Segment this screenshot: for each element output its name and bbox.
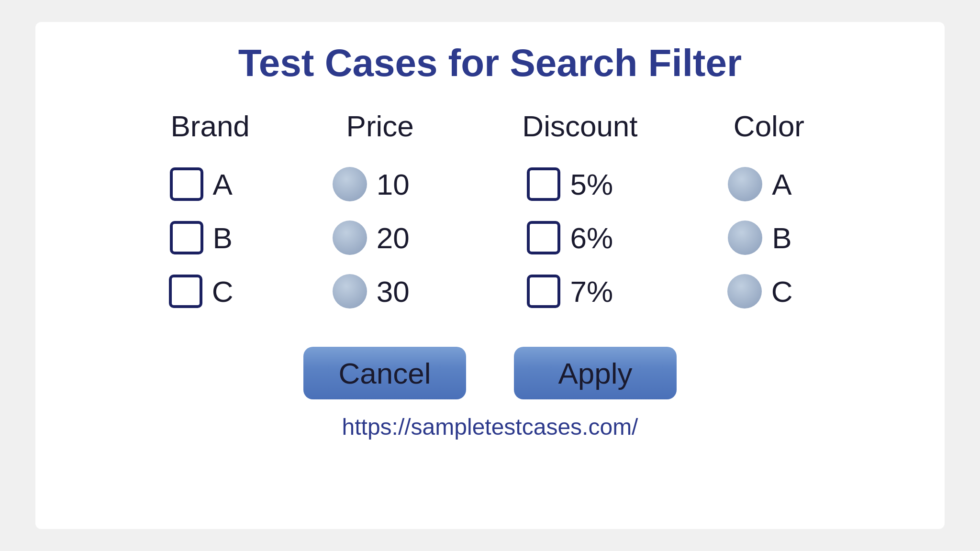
- apply-button[interactable]: Apply: [514, 347, 677, 399]
- price-value-2: 30: [377, 275, 410, 309]
- col-brand-header: Brand: [131, 109, 289, 157]
- discount-checkbox-2[interactable]: [527, 275, 560, 308]
- cancel-button[interactable]: Cancel: [303, 347, 466, 399]
- brand-label-1: B: [213, 221, 233, 255]
- page-title: Test Cases for Search Filter: [238, 41, 742, 85]
- brand-label-2: C: [212, 275, 234, 309]
- color-pair-2: C: [694, 274, 826, 309]
- price-value-0: 10: [377, 167, 410, 201]
- brand-checkbox-2[interactable]: [169, 275, 202, 308]
- discount-pair-2: 7%: [476, 275, 664, 309]
- color-label-1: B: [772, 221, 791, 255]
- color-pair-0: A: [694, 167, 826, 201]
- table-row: B 20 6% B: [131, 211, 849, 264]
- color-label-0: A: [772, 167, 791, 201]
- color-pair-1: B: [694, 220, 826, 255]
- col-color-header: Color: [689, 109, 849, 157]
- discount-checkbox-0[interactable]: [527, 167, 560, 201]
- brand-checkbox-1[interactable]: [170, 221, 203, 254]
- price-radio-2[interactable]: [333, 274, 367, 309]
- buttons-row: Cancel Apply: [303, 347, 677, 399]
- brand-pair-1: B: [136, 221, 267, 255]
- discount-value-2: 7%: [570, 275, 613, 309]
- main-container: Test Cases for Search Filter Brand Price…: [35, 22, 945, 529]
- table-row: A 10 5% A: [131, 157, 849, 211]
- table-row: C 30 7% C: [131, 264, 849, 318]
- color-radio-2[interactable]: [727, 274, 762, 309]
- col-discount-header: Discount: [471, 109, 689, 157]
- price-pair-0: 10: [294, 167, 448, 201]
- col-price-header: Price: [289, 109, 471, 157]
- discount-checkbox-1[interactable]: [527, 221, 560, 254]
- brand-label-0: A: [213, 167, 233, 201]
- brand-checkbox-0[interactable]: [170, 167, 203, 201]
- discount-pair-0: 5%: [476, 167, 664, 201]
- price-radio-0[interactable]: [333, 167, 367, 201]
- footer-url[interactable]: https://sampletestcases.com/: [342, 414, 638, 440]
- filter-table: Brand Price Discount Color A 10: [131, 109, 849, 318]
- price-pair-1: 20: [294, 220, 448, 255]
- brand-pair-2: C: [136, 275, 267, 309]
- price-pair-2: 30: [294, 274, 448, 309]
- discount-value-0: 5%: [570, 167, 613, 201]
- brand-pair-0: A: [136, 167, 267, 201]
- price-value-1: 20: [377, 221, 410, 255]
- color-label-2: C: [771, 275, 793, 309]
- price-radio-1[interactable]: [333, 220, 367, 255]
- discount-pair-1: 6%: [476, 221, 664, 255]
- discount-value-1: 6%: [570, 221, 613, 255]
- color-radio-0[interactable]: [728, 167, 762, 201]
- color-radio-1[interactable]: [728, 220, 762, 255]
